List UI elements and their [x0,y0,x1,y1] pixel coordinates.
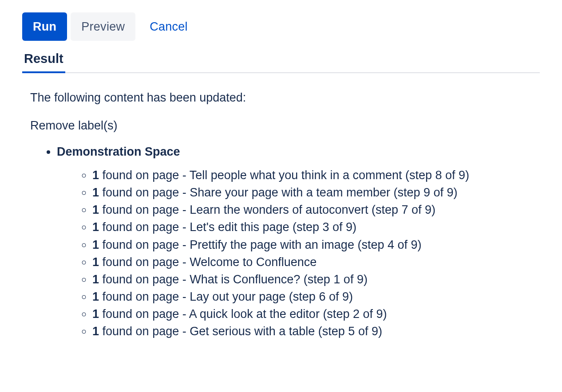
result-action: Remove label(s) [30,119,540,133]
page-text: found on page - Welcome to Confluence [99,255,317,269]
tab-result[interactable]: Result [22,51,65,72]
list-item: 1 found on page - Share your page with a… [92,184,540,201]
page-text: found on page - Learn the wonders of aut… [99,203,435,216]
space-list: Demonstration Space1 found on page - Tel… [30,145,540,340]
page-text: found on page - Tell people what you thi… [99,169,469,182]
page-count: 1 [92,203,99,216]
space-item: Demonstration Space1 found on page - Tel… [57,145,540,340]
page-count: 1 [92,290,99,303]
page-text: found on page - Get serious with a table… [99,325,382,338]
page-count: 1 [92,325,99,338]
page-text: found on page - Prettify the page with a… [99,238,421,251]
page-text: found on page - A quick look at the edit… [99,307,387,321]
toolbar: Run Preview Cancel [22,12,540,41]
page-count: 1 [92,307,99,321]
tabs: Result [22,51,540,73]
cancel-button[interactable]: Cancel [139,12,198,41]
run-button[interactable]: Run [22,12,67,41]
list-item: 1 found on page - Let's edit this page (… [92,219,540,236]
list-item: 1 found on page - A quick look at the ed… [92,306,540,323]
list-item: 1 found on page - Tell people what you t… [92,167,540,184]
list-item: 1 found on page - What is Confluence? (s… [92,271,540,288]
page-text: found on page - Lay out your page (step … [99,290,353,303]
space-name: Demonstration Space [57,145,180,158]
list-item: 1 found on page - Get serious with a tab… [92,323,540,340]
page-text: found on page - Share your page with a t… [99,186,457,199]
page-count: 1 [92,186,99,199]
page-count: 1 [92,238,99,251]
result-intro: The following content has been updated: [30,91,540,105]
result-body: The following content has been updated: … [22,91,540,340]
list-item: 1 found on page - Welcome to Confluence [92,254,540,271]
list-item: 1 found on page - Lay out your page (ste… [92,288,540,306]
page-count: 1 [92,169,99,182]
preview-button[interactable]: Preview [71,12,135,41]
list-item: 1 found on page - Learn the wonders of a… [92,201,540,219]
page-count: 1 [92,273,99,286]
list-item: 1 found on page - Prettify the page with… [92,236,540,254]
page-count: 1 [92,220,99,234]
page-text: found on page - What is Confluence? (ste… [99,273,368,286]
page-count: 1 [92,255,99,269]
page-list: 1 found on page - Tell people what you t… [57,167,540,340]
page-text: found on page - Let's edit this page (st… [99,220,356,234]
